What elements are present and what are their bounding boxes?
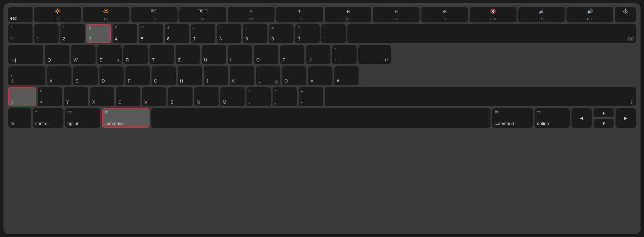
key-oe[interactable]: Ö: [282, 66, 306, 85]
key-f5[interactable]: ☀ F5: [228, 7, 275, 22]
key-f10[interactable]: 🔇 F10: [470, 7, 517, 22]
key-f9[interactable]: ⏭ F9: [421, 7, 468, 22]
key-plus[interactable]: * +: [332, 45, 357, 64]
key-7[interactable]: / 7: [191, 24, 215, 43]
bottom-row: fn ^ control ⌥ option ⌘ command ⌘ comman…: [8, 108, 636, 128]
key-y[interactable]: Y: [64, 87, 88, 106]
key-0[interactable]: = 0: [269, 24, 294, 43]
key-power[interactable]: ⏻: [615, 7, 636, 22]
key-period[interactable]: : .: [273, 87, 297, 106]
key-3[interactable]: § 3: [86, 24, 111, 43]
key-option-right[interactable]: ⌥ option: [535, 108, 570, 128]
key-2[interactable]: " 2: [60, 24, 85, 43]
key-d[interactable]: D: [99, 66, 124, 85]
key-hash[interactable]: ' #: [334, 66, 359, 85]
key-m[interactable]: M: [220, 87, 245, 106]
key-9[interactable]: ) 9: [243, 24, 267, 43]
key-space[interactable]: [151, 108, 490, 128]
qwertz-row: →| Q W E € R T Z U I O P: [8, 45, 636, 64]
fn-row: esc 🔆 F1 🔆 F2 ⊞⊟ F3 ⊟⊟⊟ F4 ☀ F5 ☀ F6 ⏮ F…: [8, 7, 636, 22]
key-caps-lock[interactable]: • ⇪: [8, 66, 45, 85]
key-f8[interactable]: ⏯ F8: [373, 7, 420, 22]
key-f6[interactable]: ☀ F6: [276, 7, 323, 22]
key-o[interactable]: O: [254, 45, 278, 64]
key-acute[interactable]: ` ´: [321, 24, 346, 43]
key-8[interactable]: ( 8: [217, 24, 241, 43]
key-e[interactable]: E €: [97, 45, 122, 64]
key-1[interactable]: ! 1: [34, 24, 59, 43]
key-i[interactable]: I: [228, 45, 252, 64]
key-f[interactable]: F: [125, 66, 150, 85]
asdf-row: • ⇪ A S D F G H J K L @ Ö: [8, 66, 636, 85]
keyboard: esc 🔆 F1 🔆 F2 ⊞⊟ F3 ⊟⊟⊟ F4 ☀ F5 ☀ F6 ⏮ F…: [3, 3, 641, 234]
key-a[interactable]: A: [47, 66, 72, 85]
key-v[interactable]: V: [142, 87, 166, 106]
key-h[interactable]: H: [178, 66, 202, 85]
key-backspace[interactable]: ⌫: [347, 24, 636, 43]
key-q[interactable]: Q: [45, 45, 69, 64]
key-f4[interactable]: ⊟⊟⊟ F4: [179, 7, 226, 22]
key-arrow-right[interactable]: ▶: [616, 108, 636, 128]
key-fn[interactable]: fn: [8, 108, 31, 128]
key-shift-right[interactable]: ⇧: [325, 87, 636, 106]
key-x[interactable]: X: [90, 87, 114, 106]
key-arrow-up[interactable]: ▲: [593, 108, 614, 117]
key-arrow-left[interactable]: ◀: [571, 108, 592, 128]
key-lt-gt[interactable]: > <: [38, 87, 62, 106]
key-s[interactable]: S: [73, 66, 98, 85]
key-g[interactable]: G: [152, 66, 176, 85]
key-k[interactable]: K: [230, 66, 254, 85]
key-f7[interactable]: ⏮ F7: [325, 7, 371, 22]
key-shift-left[interactable]: ⇧: [8, 87, 36, 106]
arrow-cluster: ◀ ▲ ▼ ▶: [571, 108, 636, 128]
key-j[interactable]: J: [204, 66, 228, 85]
key-5[interactable]: % 5: [139, 24, 163, 43]
key-control[interactable]: ^ control: [33, 108, 63, 128]
key-tab[interactable]: →|: [8, 45, 43, 64]
key-ue[interactable]: Ü: [306, 45, 330, 64]
arrow-up-down: ▲ ▼: [593, 108, 614, 128]
key-f11[interactable]: 🔉 F11: [518, 7, 565, 22]
key-comma[interactable]: ; ,: [246, 87, 271, 106]
key-n[interactable]: N: [194, 87, 219, 106]
key-u[interactable]: U: [202, 45, 226, 64]
key-ae[interactable]: Ä: [308, 66, 333, 85]
key-r[interactable]: R: [123, 45, 148, 64]
key-b[interactable]: B: [168, 87, 193, 106]
key-4[interactable]: $ 4: [113, 24, 137, 43]
key-z[interactable]: Z: [176, 45, 200, 64]
key-f3[interactable]: ⊞⊟ F3: [131, 7, 178, 22]
key-f2[interactable]: 🔆 F2: [83, 7, 129, 22]
key-w[interactable]: W: [71, 45, 96, 64]
zxcv-row: ⇧ > < Y X C V B N M ; , :: [8, 87, 636, 106]
key-f1[interactable]: 🔆 F1: [34, 7, 81, 22]
key-6[interactable]: & 6: [165, 24, 189, 43]
key-arrow-down[interactable]: ▼: [593, 119, 614, 128]
key-enter[interactable]: ↵: [358, 45, 391, 64]
key-esc[interactable]: esc: [8, 7, 33, 22]
key-slash[interactable]: – -: [299, 87, 323, 106]
key-option-left[interactable]: ⌥ option: [65, 108, 100, 128]
key-sz[interactable]: ? ß: [295, 24, 320, 43]
key-t[interactable]: T: [149, 45, 174, 64]
key-command-right[interactable]: ⌘ command: [492, 108, 533, 128]
key-command-left[interactable]: ⌘ command: [102, 108, 149, 128]
key-l[interactable]: L @: [256, 66, 280, 85]
key-p[interactable]: P: [280, 45, 304, 64]
key-backtick[interactable]: ° ^: [8, 24, 33, 43]
key-f12[interactable]: 🔊 F12: [566, 7, 613, 22]
number-row: ° ^ ! 1 " 2 § 3 $ 4 % 5 & 6 / 7: [8, 24, 636, 43]
key-c[interactable]: C: [116, 87, 140, 106]
